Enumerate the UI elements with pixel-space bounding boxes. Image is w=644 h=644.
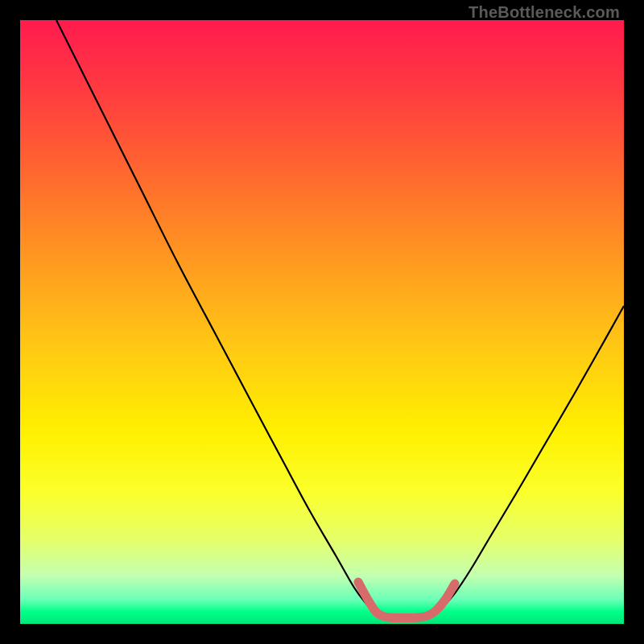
main-curve [56, 20, 624, 618]
valley-overlay [358, 582, 455, 618]
curve-svg [20, 20, 624, 624]
plot-area [20, 20, 624, 624]
watermark-text: TheBottleneck.com [469, 3, 620, 22]
chart-frame: TheBottleneck.com [0, 0, 644, 644]
